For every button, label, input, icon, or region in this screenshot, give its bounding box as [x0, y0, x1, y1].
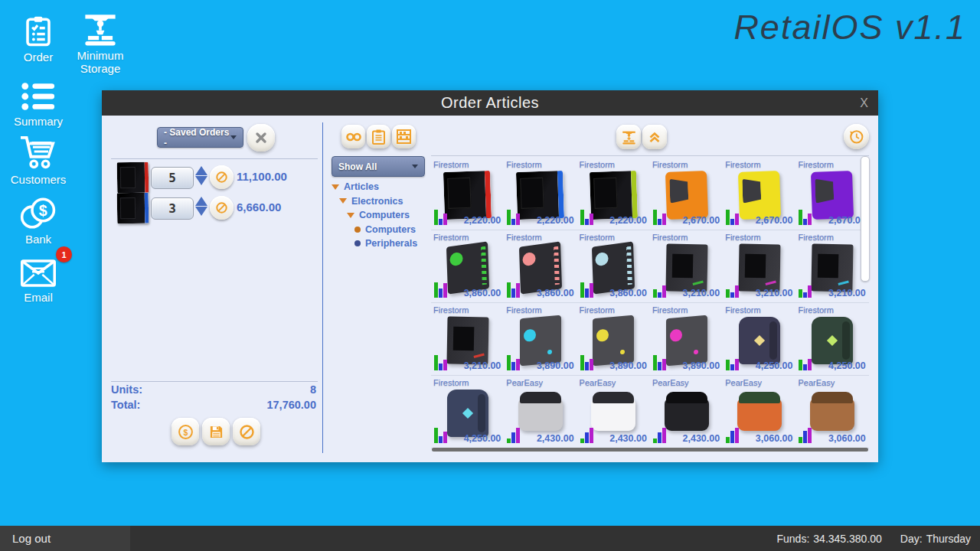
product-card[interactable]: Firestorm2,220.00	[431, 158, 504, 230]
sidebar-item-customers[interactable]: Customers	[9, 132, 67, 186]
stock-bar	[434, 282, 438, 298]
product-card[interactable]: Firestorm3,860.00	[504, 230, 577, 303]
save-order-button[interactable]	[202, 418, 230, 445]
shelf-stock-button[interactable]	[392, 125, 416, 148]
tree-item-label: Electronics	[351, 196, 403, 207]
tree-item-computers[interactable]: Computers	[332, 210, 435, 220]
clear-order-button[interactable]	[247, 124, 275, 152]
product-thumbnail	[117, 162, 149, 194]
quantity-stepper[interactable]	[195, 166, 207, 185]
product-card[interactable]: Firestorm3,860.00	[577, 230, 650, 303]
expanded-triangle-icon	[332, 184, 339, 190]
remove-item-button[interactable]	[210, 165, 234, 189]
stock-bar	[735, 214, 739, 225]
product-price: 2,670.00	[683, 215, 720, 226]
stock-bar	[658, 362, 662, 370]
tree-item-articles[interactable]: Articles	[332, 181, 435, 192]
stock-bar	[590, 214, 593, 225]
sidebar-item-email[interactable]: 1 Email	[11, 249, 66, 304]
product-card[interactable]: PearEasy2,430.00	[577, 376, 650, 448]
chevron-down-icon	[230, 135, 237, 139]
tree-item-computers[interactable]: Computers	[332, 224, 435, 235]
stepper-down-icon[interactable]	[195, 207, 207, 216]
product-card[interactable]: Firestorm2,220.00	[504, 158, 577, 230]
product-brand: PearEasy	[725, 378, 762, 387]
stock-bars-icon	[799, 210, 815, 225]
product-brand: Firestorm	[506, 160, 541, 169]
minimum-storage-button[interactable]	[616, 125, 641, 149]
tree-item-label: Peripherals	[365, 238, 417, 249]
product-card[interactable]: Firestorm3,890.00	[650, 303, 723, 376]
product-card[interactable]: Firestorm2,670.00	[650, 158, 723, 230]
stock-bar	[726, 289, 730, 298]
pay-order-button[interactable]: $	[172, 418, 199, 445]
logout-button[interactable]: Log out	[0, 526, 130, 551]
product-card[interactable]: PearEasy2,430.00	[504, 376, 577, 448]
product-brand: Firestorm	[433, 305, 469, 315]
stock-bars-icon	[726, 428, 743, 443]
order-list-button[interactable]	[367, 125, 390, 148]
product-card[interactable]: Firestorm2,670.00	[795, 158, 868, 230]
vertical-scrollbar[interactable]	[861, 156, 870, 282]
stock-bar	[585, 432, 589, 443]
stock-bar	[439, 219, 443, 225]
sidebar-item-summary[interactable]: Summary	[11, 73, 66, 128]
stock-bar	[653, 355, 657, 370]
product-card[interactable]: Firestorm3,210.00	[650, 230, 723, 303]
product-card[interactable]: Firestorm3,210.00	[723, 230, 795, 303]
product-card[interactable]: Firestorm3,210.00	[795, 230, 868, 303]
sidebar-label: Summary	[11, 115, 66, 128]
stock-bars-icon	[507, 210, 524, 225]
saved-orders-dropdown[interactable]: - Saved Orders -	[157, 127, 243, 148]
product-brand: Firestorm	[506, 305, 541, 315]
stock-bar	[803, 364, 807, 370]
stock-bar	[653, 439, 657, 443]
stock-bar	[580, 282, 584, 298]
product-card[interactable]: PearEasy2,430.00	[650, 376, 723, 448]
product-price: 4,250.00	[464, 433, 501, 444]
product-brand: Firestorm	[433, 160, 469, 169]
stock-bar	[507, 355, 511, 370]
product-price: 3,860.00	[537, 288, 574, 298]
product-card[interactable]: Firestorm2,670.00	[723, 158, 795, 230]
collapse-categories-button[interactable]	[642, 125, 667, 149]
total-row: Total: 17,760.00	[111, 399, 316, 411]
product-card[interactable]: Firestorm2,220.00	[577, 158, 650, 230]
close-icon[interactable]: X	[860, 90, 868, 116]
product-brand: Firestorm	[798, 233, 833, 242]
sidebar-item-order[interactable]: Order	[14, 9, 63, 64]
tree-item-peripherals[interactable]: Peripherals	[332, 238, 435, 249]
stepper-up-icon[interactable]	[195, 197, 207, 206]
stock-bar	[735, 359, 739, 370]
sidebar-item-bank[interactable]: $ Bank	[11, 191, 66, 246]
show-all-articles-button[interactable]	[341, 125, 365, 148]
product-card[interactable]: Firestorm4,250.00	[431, 376, 504, 448]
stepper-down-icon[interactable]	[195, 176, 207, 185]
quantity-input[interactable]: 5	[151, 167, 194, 189]
product-card[interactable]: Firestorm4,250.00	[795, 303, 868, 376]
remove-item-button[interactable]	[210, 196, 234, 220]
stock-bar	[803, 431, 807, 443]
product-card[interactable]: Firestorm4,250.00	[723, 303, 795, 376]
stock-bar	[443, 432, 447, 443]
horizontal-scrollbar[interactable]	[432, 448, 868, 452]
product-card[interactable]: PearEasy3,060.00	[723, 376, 795, 448]
quantity-input[interactable]: 3	[151, 197, 194, 220]
sidebar-label: Minimum Storage	[69, 49, 132, 75]
cancel-order-button[interactable]	[233, 418, 260, 445]
product-card[interactable]: PearEasy3,060.00	[795, 376, 868, 448]
stock-bars-icon	[653, 210, 670, 225]
stepper-up-icon[interactable]	[195, 166, 207, 175]
product-price: 2,670.00	[756, 215, 793, 226]
product-card[interactable]: Firestorm3,890.00	[504, 303, 577, 376]
category-filter-dropdown[interactable]: Show All	[332, 156, 425, 177]
product-card[interactable]: Firestorm3,210.00	[431, 303, 504, 376]
product-card[interactable]: Firestorm3,860.00	[431, 230, 504, 303]
sidebar-item-minimum-storage[interactable]: Minimum Storage	[69, 8, 132, 75]
stock-bar	[516, 359, 520, 370]
stock-bar	[439, 364, 443, 370]
product-card[interactable]: Firestorm3,890.00	[577, 303, 650, 376]
tree-item-electronics[interactable]: Electronics	[332, 196, 435, 207]
quantity-stepper[interactable]	[195, 197, 207, 216]
order-history-button[interactable]	[844, 124, 869, 149]
